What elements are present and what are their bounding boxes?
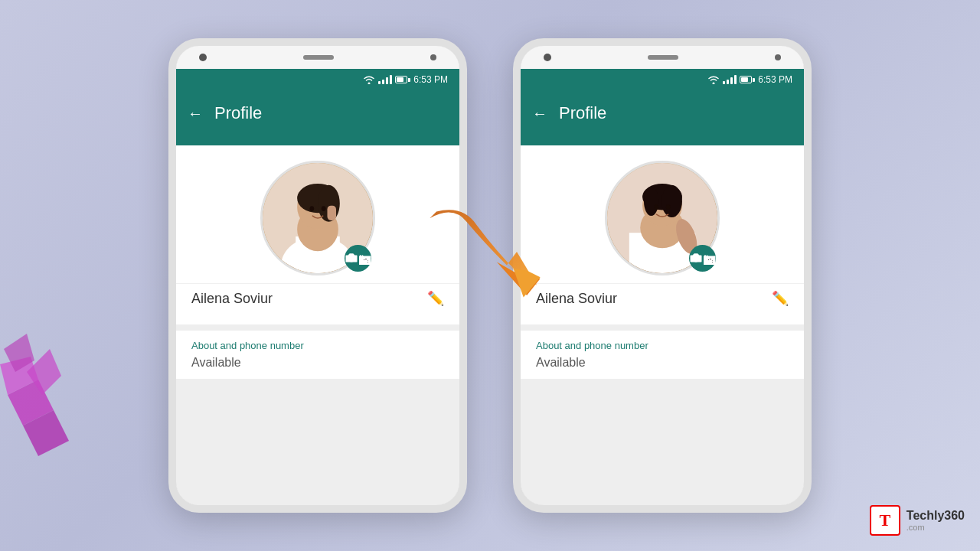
time-right: 6:53 PM (758, 74, 792, 85)
status-icons-right: 6:53 PM (707, 74, 792, 85)
svg-point-29 (654, 204, 658, 210)
profile-photo-section-right: Ailena Soviur ✏️ (521, 145, 804, 324)
svg-rect-16 (327, 206, 336, 220)
info-section-right: About and phone number Available (521, 331, 804, 379)
sensor-right (775, 54, 781, 60)
watermark-name: Techly360 (906, 509, 965, 523)
speaker-left (303, 55, 334, 60)
watermark-logo: T (870, 505, 900, 536)
watermark-text: Techly360 .com (906, 509, 965, 532)
divider-right (521, 324, 804, 331)
back-button-left[interactable]: ← (188, 105, 203, 122)
about-label-right: About and phone number (536, 340, 789, 351)
watermark: T Techly360 .com (870, 505, 965, 536)
name-row-left: Ailena Soviur ✏️ (176, 283, 459, 313)
avatar-container-right (605, 161, 720, 276)
sensor-left (430, 54, 436, 60)
arrow-decoration (421, 198, 559, 305)
status-icons-left: 6:53 PM (363, 74, 448, 85)
status-bar-left: 6:53 PM (176, 69, 459, 90)
edit-photo-button-right[interactable] (689, 245, 716, 272)
about-value-right: Available (536, 356, 789, 370)
decorative-flowers (0, 303, 69, 459)
phone-top-bar-left (176, 46, 459, 69)
edit-name-button-right[interactable]: ✏️ (772, 290, 789, 307)
page-title-right: Profile (559, 103, 606, 123)
camera-icon-right (689, 252, 703, 266)
front-camera-left (199, 54, 207, 61)
signal-bars-left (378, 75, 392, 84)
signal-bars-right (723, 75, 737, 84)
phones-container: 6:53 PM ← Profile (168, 38, 812, 513)
edit-photo-button-left[interactable] (345, 245, 371, 272)
svg-point-14 (309, 206, 314, 211)
profile-photo-section-left: Ailena Soviur ✏️ (176, 145, 459, 324)
wifi-icon-right (707, 75, 720, 84)
arrow-svg (421, 198, 559, 305)
watermark-domain: .com (906, 523, 965, 532)
speaker-right (648, 55, 678, 60)
avatar-container-left (260, 161, 375, 276)
battery-icon-right (740, 76, 755, 83)
info-section-left: About and phone number Available (176, 331, 459, 379)
time-left: 6:53 PM (413, 74, 448, 85)
back-button-right[interactable]: ← (532, 105, 547, 122)
svg-point-27 (662, 185, 682, 217)
about-label-left: About and phone number (191, 340, 444, 351)
camera-icon-left (345, 252, 358, 266)
app-header-right: 6:53 PM ← Profile (521, 69, 804, 145)
divider-left (176, 324, 459, 331)
battery-icon-left (395, 76, 410, 83)
app-body-left: Ailena Soviur ✏️ About and phone number … (176, 145, 459, 505)
wifi-icon-left (363, 75, 375, 84)
nav-bar-left: ← Profile (176, 90, 459, 136)
app-header-left: 6:53 PM ← Profile (176, 69, 459, 145)
about-value-left: Available (191, 356, 444, 370)
front-camera-right (544, 54, 551, 61)
app-body-right: Ailena Soviur ✏️ About and phone number … (521, 145, 804, 505)
nav-bar-right: ← Profile (521, 90, 804, 136)
status-bar-right: 6:53 PM (521, 69, 804, 90)
user-name-left: Ailena Soviur (191, 291, 273, 307)
page-title-left: Profile (214, 103, 262, 123)
svg-point-30 (666, 204, 671, 210)
name-row-right: Ailena Soviur ✏️ (521, 283, 804, 313)
svg-point-15 (322, 206, 326, 211)
phone-top-bar-right (521, 46, 804, 69)
svg-point-28 (644, 187, 658, 216)
